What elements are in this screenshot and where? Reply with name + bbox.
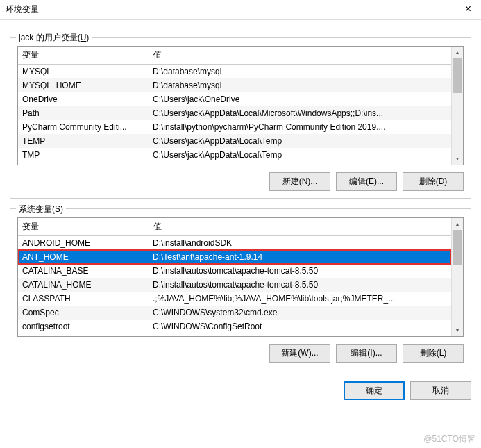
scroll-thumb[interactable]: [453, 58, 462, 93]
var-value-cell: C:\Users\jack\AppData\Local\Temp: [149, 148, 451, 162]
system-vars-title: 系统变量(S): [16, 204, 66, 215]
var-name-cell: CATALINA_HOME: [18, 278, 149, 292]
table-row[interactable]: CATALINA_HOMED:\install\autos\tomcat\apa…: [18, 278, 451, 292]
var-name-cell: CLASSPATH: [18, 292, 149, 306]
system-scrollbar[interactable]: ▴ ▾: [451, 218, 463, 336]
table-row[interactable]: OneDriveC:\Users\jack\OneDrive: [18, 92, 451, 106]
system-vars-group: 系统变量(S) 变量 值 ANDROID_HOMED:\install\andr…: [10, 208, 471, 370]
titlebar: 环境变量 ×: [0, 0, 481, 20]
system-delete-button[interactable]: 删除(L): [403, 344, 464, 363]
table-row[interactable]: CLASSPATH.;%JAVA_HOME%\lib;%JAVA_HOME%\l…: [18, 292, 451, 306]
watermark: @51CTO博客: [423, 433, 475, 445]
var-value-cell: D:\install\androidSDK: [149, 236, 451, 251]
var-name-cell: ANDROID_HOME: [18, 236, 149, 251]
col-header-name[interactable]: 变量: [18, 218, 149, 236]
var-value-cell: C:\Users\jack\OneDrive: [149, 92, 451, 106]
table-row[interactable]: TEMPC:\Users\jack\AppData\Local\Temp: [18, 134, 451, 148]
var-name-cell: ComSpec: [18, 306, 149, 320]
user-vars-table[interactable]: 变量 值 MYSQLD:\database\mysqlMYSQL_HOMED:\…: [18, 47, 451, 162]
scroll-up-icon[interactable]: ▴: [452, 218, 463, 230]
var-value-cell: .;%JAVA_HOME%\lib;%JAVA_HOME%\lib\tools.…: [149, 292, 451, 306]
var-name-cell: ANT_HOME: [18, 250, 149, 264]
scroll-up-icon[interactable]: ▴: [452, 47, 463, 58]
var-name-cell: Path: [18, 106, 149, 120]
table-row[interactable]: PyCharm Community Editi...D:\install\pyt…: [18, 120, 451, 134]
user-edit-button[interactable]: 编辑(E)...: [336, 172, 397, 191]
table-row[interactable]: configsetrootC:\WINDOWS\ConfigSetRoot: [18, 320, 451, 333]
dialog-footer: 确定 取消: [0, 376, 481, 410]
user-buttons: 新建(N)... 编辑(E)... 删除(D): [17, 172, 464, 191]
user-vars-group: jack 的用户变量(U) 变量 值 MYSQLD:\database\mysq…: [10, 37, 471, 199]
table-row[interactable]: ComSpecC:\WINDOWS\system32\cmd.exe: [18, 306, 451, 320]
table-row[interactable]: TMPC:\Users\jack\AppData\Local\Temp: [18, 148, 451, 162]
scroll-thumb[interactable]: [453, 230, 462, 265]
col-header-value[interactable]: 值: [149, 218, 451, 236]
var-name-cell: OneDrive: [18, 92, 149, 106]
var-value-cell: D:\install\python\pycharm\PyCharm Commun…: [149, 120, 451, 134]
table-row[interactable]: MYSQL_HOMED:\database\mysql: [18, 78, 451, 92]
system-edit-button[interactable]: 编辑(I)...: [336, 344, 397, 363]
table-row[interactable]: PathC:\Users\jack\AppData\Local\Microsof…: [18, 106, 451, 120]
var-value-cell: D:\database\mysql: [149, 65, 451, 79]
table-row[interactable]: ANT_HOMED:\Test\ant\apache-ant-1.9.14: [18, 250, 451, 264]
var-value-cell: C:\Users\jack\AppData\Local\Microsoft\Wi…: [149, 106, 451, 120]
col-header-value[interactable]: 值: [149, 47, 451, 65]
user-delete-button[interactable]: 删除(D): [403, 172, 464, 191]
user-new-button[interactable]: 新建(N)...: [269, 172, 330, 191]
var-name-cell: MYSQL: [18, 65, 149, 79]
var-name-cell: configsetroot: [18, 320, 149, 333]
var-name-cell: PyCharm Community Editi...: [18, 120, 149, 134]
var-value-cell: D:\Test\ant\apache-ant-1.9.14: [149, 250, 451, 264]
var-name-cell: CATALINA_BASE: [18, 264, 149, 278]
system-buttons: 新建(W)... 编辑(I)... 删除(L): [17, 344, 464, 363]
user-scrollbar[interactable]: ▴ ▾: [451, 47, 463, 165]
var-value-cell: D:\install\autos\tomcat\apache-tomcat-8.…: [149, 278, 451, 292]
system-new-button[interactable]: 新建(W)...: [269, 344, 330, 363]
scroll-down-icon[interactable]: ▾: [452, 324, 463, 336]
user-vars-table-wrap: 变量 值 MYSQLD:\database\mysqlMYSQL_HOMED:\…: [17, 46, 464, 165]
var-name-cell: TMP: [18, 148, 149, 162]
dialog-content: jack 的用户变量(U) 变量 值 MYSQLD:\database\mysq…: [0, 20, 481, 376]
ok-button[interactable]: 确定: [344, 381, 405, 400]
var-value-cell: C:\Users\jack\AppData\Local\Temp: [149, 134, 451, 148]
table-row[interactable]: ANDROID_HOMED:\install\androidSDK: [18, 236, 451, 251]
table-row[interactable]: CATALINA_BASED:\install\autos\tomcat\apa…: [18, 264, 451, 278]
var-name-cell: TEMP: [18, 134, 149, 148]
cancel-button[interactable]: 取消: [410, 381, 471, 400]
var-value-cell: C:\WINDOWS\system32\cmd.exe: [149, 306, 451, 320]
window-title: 环境变量: [6, 3, 39, 15]
system-vars-table[interactable]: 变量 值 ANDROID_HOMED:\install\androidSDKAN…: [18, 218, 451, 333]
col-header-name[interactable]: 变量: [18, 47, 149, 65]
system-vars-table-wrap: 变量 值 ANDROID_HOMED:\install\androidSDKAN…: [17, 217, 464, 337]
var-value-cell: C:\WINDOWS\ConfigSetRoot: [149, 320, 451, 333]
close-icon[interactable]: ×: [461, 3, 475, 15]
var-value-cell: D:\database\mysql: [149, 78, 451, 92]
var-name-cell: MYSQL_HOME: [18, 78, 149, 92]
var-value-cell: D:\install\autos\tomcat\apache-tomcat-8.…: [149, 264, 451, 278]
user-vars-title: jack 的用户变量(U): [16, 32, 92, 44]
scroll-down-icon[interactable]: ▾: [452, 153, 463, 165]
table-row[interactable]: MYSQLD:\database\mysql: [18, 65, 451, 79]
